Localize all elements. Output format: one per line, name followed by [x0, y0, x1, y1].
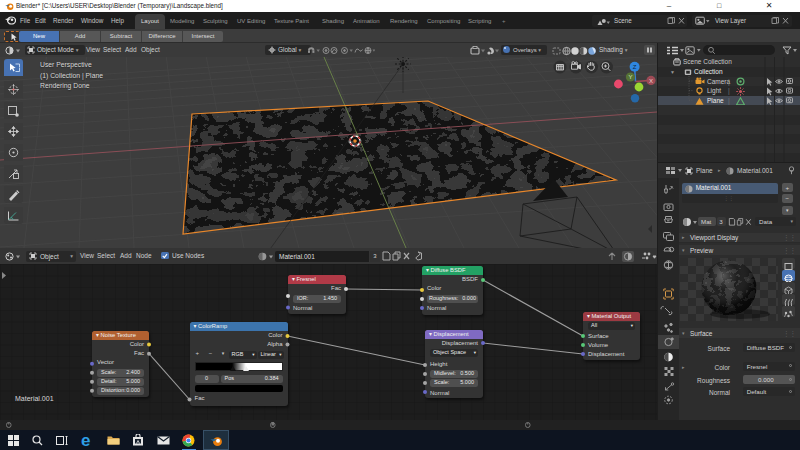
svg-text:Z: Z — [633, 64, 637, 70]
svg-text:Y: Y — [628, 74, 632, 80]
svg-text:X: X — [649, 78, 653, 84]
